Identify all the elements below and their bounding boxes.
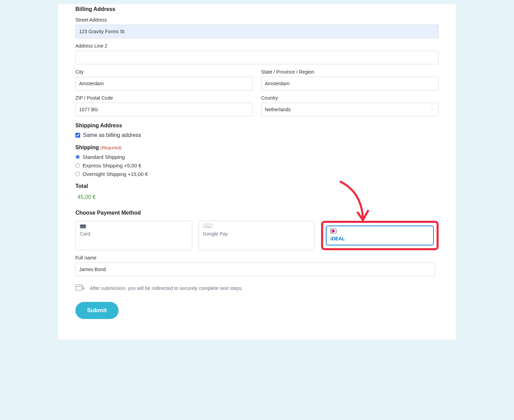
- shipping-radio-standard[interactable]: [75, 155, 80, 159]
- shipping-heading-text: Shipping: [75, 144, 99, 150]
- shipping-option-label: Overnight Shipping +15,00 €: [83, 171, 148, 177]
- line2-input[interactable]: [75, 51, 439, 64]
- shipping-option-label: Standard Shipping: [83, 154, 125, 160]
- street-label: Street Address: [75, 17, 439, 23]
- payment-tab-card[interactable]: Card: [75, 221, 192, 250]
- submit-button[interactable]: Submit: [75, 302, 119, 319]
- payment-tab-label: Card: [80, 231, 90, 237]
- shipping-option-label: Express Shipping +5,00 €: [83, 163, 141, 168]
- ideal-icon: [330, 229, 429, 234]
- redirect-note-text: After submission, you will be redirected…: [90, 285, 243, 291]
- shipping-options: Standard Shipping Express Shipping +5,00…: [75, 154, 439, 177]
- total-value: 45,00 €: [77, 194, 439, 200]
- shipping-radio-overnight[interactable]: [75, 172, 80, 176]
- annotation-highlight: iDEAL: [321, 221, 439, 250]
- payment-tab-googlepay[interactable]: G Pay Google Pay: [198, 221, 315, 250]
- svg-rect-6: [76, 285, 83, 290]
- state-input[interactable]: [261, 77, 439, 90]
- city-label: City: [75, 69, 253, 75]
- zip-label: ZIP / Postal Code: [75, 95, 253, 101]
- shipping-address-heading: Shipping Address: [75, 123, 439, 129]
- fullname-label: Full name: [75, 255, 439, 260]
- svg-rect-5: [332, 230, 332, 232]
- country-select[interactable]: Netherlands: [261, 103, 439, 116]
- payment-tab-label: Google Pay: [203, 231, 228, 237]
- payment-tab-label: iDEAL: [330, 236, 345, 241]
- zip-input[interactable]: [75, 103, 253, 116]
- same-as-billing-checkbox[interactable]: [75, 133, 80, 138]
- shipping-option-standard[interactable]: Standard Shipping: [75, 154, 439, 160]
- credit-card-icon: [80, 224, 188, 229]
- street-input[interactable]: [75, 25, 439, 38]
- shipping-radio-express[interactable]: [75, 163, 80, 168]
- shipping-heading: Shipping (Required): [75, 144, 439, 151]
- redirect-icon: [75, 284, 85, 292]
- svg-rect-0: [80, 225, 86, 229]
- shipping-option-overnight[interactable]: Overnight Shipping +15,00 €: [75, 171, 439, 177]
- country-label: Country: [261, 95, 439, 101]
- total-heading: Total: [75, 183, 439, 189]
- required-text: (Required): [100, 145, 121, 150]
- svg-text:G Pay: G Pay: [205, 225, 210, 227]
- line2-label: Address Line 2: [75, 43, 439, 49]
- payment-tab-ideal[interactable]: iDEAL: [326, 226, 434, 245]
- chevron-down-icon: [430, 107, 434, 112]
- city-input[interactable]: [75, 77, 253, 90]
- shipping-option-express[interactable]: Express Shipping +5,00 €: [75, 163, 439, 168]
- billing-heading: Billing Address: [75, 4, 439, 12]
- svg-rect-1: [80, 225, 86, 226]
- fullname-input[interactable]: [75, 263, 435, 276]
- country-value: Netherlands: [265, 107, 291, 112]
- redirect-note: After submission, you will be redirected…: [75, 284, 439, 292]
- same-as-billing-label: Same as billing address: [83, 132, 141, 138]
- state-label: State / Province / Region: [261, 69, 439, 75]
- payment-heading: Choose Payment Method: [75, 210, 439, 216]
- google-pay-icon: G Pay: [203, 224, 311, 229]
